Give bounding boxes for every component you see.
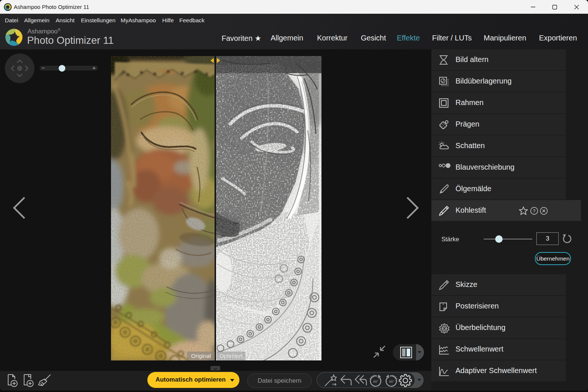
- svg-text:?: ?: [533, 209, 536, 214]
- svg-text:90°: 90°: [389, 380, 394, 383]
- svg-text:90°: 90°: [373, 380, 378, 383]
